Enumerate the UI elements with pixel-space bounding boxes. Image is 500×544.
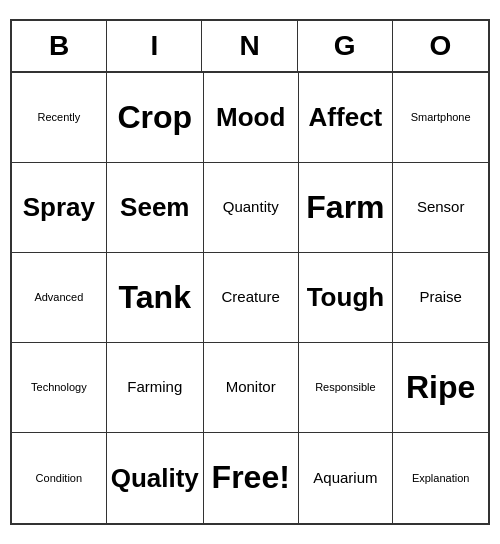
bingo-cell: Seem <box>107 163 204 253</box>
bingo-cell: Condition <box>12 433 107 523</box>
bingo-cell: Smartphone <box>393 73 488 163</box>
cell-text: Technology <box>31 381 87 393</box>
bingo-grid: RecentlyCropMoodAffectSmartphoneSpraySee… <box>12 73 488 523</box>
cell-text: Smartphone <box>411 111 471 123</box>
cell-text: Recently <box>37 111 80 123</box>
cell-text: Mood <box>216 103 285 132</box>
bingo-card: BINGO RecentlyCropMoodAffectSmartphoneSp… <box>10 19 490 525</box>
cell-text: Monitor <box>226 379 276 396</box>
bingo-cell: Farming <box>107 343 204 433</box>
cell-text: Tank <box>119 280 191 315</box>
cell-text: Aquarium <box>313 470 377 487</box>
bingo-cell: Praise <box>393 253 488 343</box>
bingo-cell: Recently <box>12 73 107 163</box>
bingo-cell: Quantity <box>204 163 299 253</box>
header-letter: G <box>298 21 393 71</box>
cell-text: Seem <box>120 193 189 222</box>
cell-text: Advanced <box>34 291 83 303</box>
bingo-cell: Aquarium <box>299 433 394 523</box>
cell-text: Spray <box>23 193 95 222</box>
bingo-cell: Spray <box>12 163 107 253</box>
bingo-cell: Tank <box>107 253 204 343</box>
cell-text: Free! <box>212 460 290 495</box>
cell-text: Farm <box>306 190 384 225</box>
cell-text: Affect <box>309 103 383 132</box>
header-letter: I <box>107 21 202 71</box>
bingo-cell: Technology <box>12 343 107 433</box>
bingo-cell: Quality <box>107 433 204 523</box>
bingo-cell: Affect <box>299 73 394 163</box>
bingo-cell: Crop <box>107 73 204 163</box>
cell-text: Condition <box>36 472 82 484</box>
cell-text: Crop <box>117 100 192 135</box>
bingo-cell: Tough <box>299 253 394 343</box>
cell-text: Creature <box>222 289 280 306</box>
cell-text: Farming <box>127 379 182 396</box>
cell-text: Responsible <box>315 381 376 393</box>
bingo-cell: Explanation <box>393 433 488 523</box>
header-letter: N <box>202 21 297 71</box>
bingo-cell: Monitor <box>204 343 299 433</box>
cell-text: Explanation <box>412 472 470 484</box>
cell-text: Quality <box>111 464 199 493</box>
bingo-cell: Mood <box>204 73 299 163</box>
bingo-cell: Farm <box>299 163 394 253</box>
bingo-cell: Ripe <box>393 343 488 433</box>
header-letter: O <box>393 21 488 71</box>
bingo-cell: Creature <box>204 253 299 343</box>
cell-text: Praise <box>419 289 462 306</box>
cell-text: Ripe <box>406 370 475 405</box>
cell-text: Tough <box>307 283 384 312</box>
bingo-cell: Sensor <box>393 163 488 253</box>
bingo-cell: Advanced <box>12 253 107 343</box>
cell-text: Sensor <box>417 199 465 216</box>
header-letter: B <box>12 21 107 71</box>
bingo-header: BINGO <box>12 21 488 73</box>
cell-text: Quantity <box>223 199 279 216</box>
bingo-cell: Responsible <box>299 343 394 433</box>
bingo-cell: Free! <box>204 433 299 523</box>
